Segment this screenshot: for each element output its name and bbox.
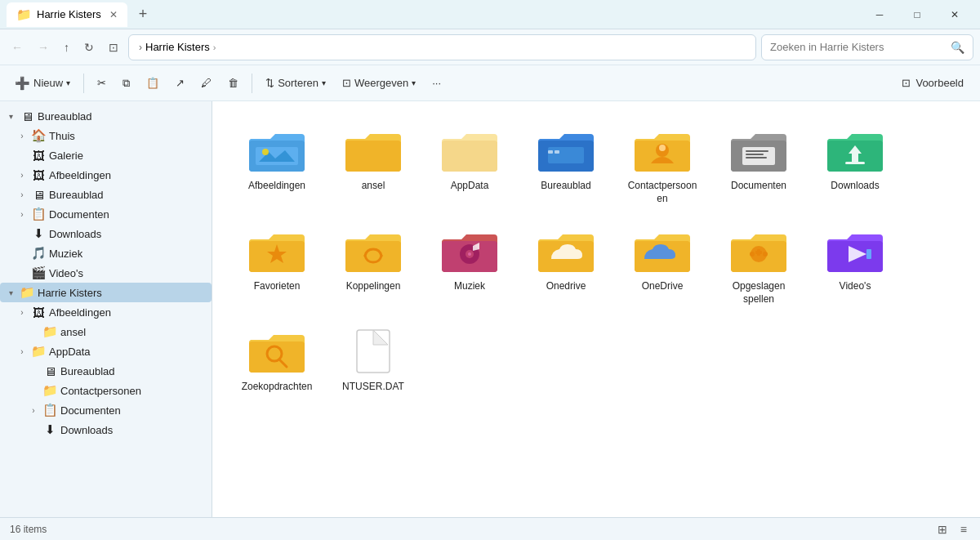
sidebar-item-documenten-top[interactable]: ›📋Documenten [0, 204, 212, 224]
forward-button[interactable]: → [33, 38, 54, 57]
maximize-button[interactable]: □ [898, 0, 936, 29]
sidebar-item-contactpersonen[interactable]: 📁Contactpersonen [0, 381, 212, 400]
folder-icon: 🖼 [31, 167, 46, 182]
svg-rect-2 [256, 147, 298, 165]
sidebar-item-downloads-hk[interactable]: ⬇Downloads [0, 420, 212, 440]
new-button[interactable]: ➕ Nieuw ▾ [8, 72, 77, 95]
tree-label: AppData [49, 346, 91, 358]
file-item-opgeslagen-spellen[interactable]: Opgeslagen spellen [714, 218, 804, 312]
file-item-onedrive[interactable]: Onedrive [521, 218, 611, 312]
status-bar-right: ⊞ ≡ [934, 521, 970, 538]
divider-1 [83, 74, 84, 93]
paste-button[interactable]: 📋 [140, 73, 166, 93]
sidebar-item-documenten-hk[interactable]: ›📋Documenten [0, 400, 212, 420]
sidebar-item-galerie[interactable]: 🖼Galerie [0, 145, 212, 165]
path-label: Harrie Kisters [145, 41, 210, 53]
sidebar-item-bureaublad-sub[interactable]: ›🖥Bureaublad [0, 185, 212, 204]
close-button[interactable]: ✕ [936, 0, 973, 29]
sidebar-item-thuis[interactable]: ›🏠Thuis [0, 126, 212, 145]
copy-button[interactable]: ⧉ [116, 73, 136, 94]
svg-rect-48 [755, 251, 762, 254]
paste-icon: 📋 [146, 77, 159, 89]
grid-view-button[interactable]: ⊞ [934, 521, 951, 538]
file-item-bureaublad[interactable]: Bureaublad [521, 118, 611, 212]
refresh-button[interactable]: ↻ [79, 38, 99, 57]
tree-label: Documenten [60, 404, 121, 417]
file-item-favorieten[interactable]: Favorieten [232, 218, 322, 312]
svg-rect-27 [845, 162, 865, 164]
tree-label: Downloads [49, 228, 101, 240]
more-button[interactable]: ··· [425, 73, 448, 93]
tree-chevron-icon: ▾ [5, 288, 16, 297]
active-tab[interactable]: 📁 Harrie Kisters ✕ [7, 2, 127, 27]
up-button[interactable]: ↑ [59, 38, 74, 57]
folder-icon: ⬇ [42, 422, 57, 437]
file-label: Zoekopdrachten [242, 381, 313, 394]
sidebar-item-downloads-top[interactable]: ⬇Downloads [0, 224, 212, 243]
folder-icon: 🖥 [31, 187, 46, 202]
rename-icon: 🖊 [201, 77, 212, 89]
sidebar-item-bureaublad-hk[interactable]: 🖥Bureaublad [0, 361, 212, 381]
file-item-zoekopdrachten[interactable]: Zoekopdrachten [232, 319, 322, 400]
tree-chevron-icon: › [16, 132, 28, 141]
file-item-onedrive2[interactable]: OneDrive [617, 218, 707, 312]
back-button[interactable]: ← [7, 38, 28, 57]
file-item-ntuser[interactable]: NTUSER.DAT [328, 319, 418, 400]
file-label: Onedrive [546, 280, 586, 293]
address-path[interactable]: › Harrie Kisters › [128, 34, 756, 60]
delete-button[interactable]: 🗑 [221, 73, 245, 93]
file-item-contactpersonen[interactable]: Contactpersoon en [617, 118, 707, 212]
file-item-downloads[interactable]: Downloads [810, 118, 900, 212]
folder-icon-documenten [729, 126, 788, 175]
svg-point-37 [468, 252, 471, 256]
file-label: Koppelingen [346, 280, 401, 293]
path-chevron: › [139, 42, 142, 53]
tree-label: Thuis [49, 130, 75, 142]
search-icon: 🔍 [951, 41, 964, 54]
file-label: Muziek [454, 280, 485, 293]
sidebar-item-afbeeldingen-hk[interactable]: ›🖼Afbeeldingen [0, 302, 212, 322]
sidebar-item-harrie-kisters[interactable]: ▾📁Harrie Kisters [0, 283, 212, 302]
minimize-button[interactable]: ─ [861, 0, 898, 29]
file-item-documenten[interactable]: Documenten [714, 118, 804, 212]
file-item-videos[interactable]: Video's [810, 218, 900, 312]
file-item-koppelingen[interactable]: Koppelingen [328, 218, 418, 312]
preview-icon: ⊡ [902, 77, 911, 89]
toolbar: ➕ Nieuw ▾ ✂ ⧉ 📋 ↗ 🖊 🗑 ⇅ Sorteren ▾ ⊡ Wee… [0, 65, 980, 101]
folder-icon-zoekopdrachten [247, 327, 306, 376]
file-item-ansel[interactable]: ansel [328, 118, 418, 212]
list-view-button[interactable]: ≡ [957, 521, 970, 538]
preview-button[interactable]: ⊡ Voorbeeld [893, 73, 972, 93]
sidebar-item-appdata[interactable]: ›📁AppData [0, 341, 212, 361]
window-controls: ─ □ ✕ [861, 0, 973, 29]
share-button[interactable]: ↗ [169, 73, 191, 93]
sidebar-item-bureaublad-root[interactable]: ▾🖥Bureaublad [0, 106, 212, 126]
file-item-afbeeldingen[interactable]: Afbeeldingen [232, 118, 322, 212]
file-item-appdata[interactable]: AppData [425, 118, 514, 212]
sidebar-item-videos[interactable]: 🎬Video's [0, 263, 212, 283]
view-button[interactable]: ⊡ Weergeven ▾ [336, 73, 422, 93]
folder-icon: 📁 [31, 344, 46, 359]
tree-label: ansel [60, 326, 86, 338]
svg-rect-20 [742, 147, 775, 165]
search-input[interactable] [770, 41, 946, 53]
tree-label: Muziek [49, 248, 82, 260]
sidebar-item-ansel[interactable]: 📁ansel [0, 322, 212, 341]
rename-button[interactable]: 🖊 [194, 73, 218, 93]
svg-rect-13 [555, 150, 559, 154]
sidebar-item-muziek[interactable]: 🎵Muziek [0, 243, 212, 263]
tree-chevron-icon: › [16, 171, 28, 180]
tab-close-button[interactable]: ✕ [109, 9, 118, 20]
new-tab-button[interactable]: + [134, 4, 153, 25]
file-item-muziek[interactable]: Muziek [425, 218, 514, 312]
sidebar-item-afbeeldingen-top[interactable]: ›🖼Afbeeldingen [0, 165, 212, 185]
view-layout-button[interactable]: ⊡ [104, 38, 123, 57]
folder-icon: 📁 [20, 285, 34, 300]
tree-label: Bureaublad [49, 189, 104, 201]
search-box[interactable]: 🔍 [761, 34, 973, 60]
folder-icon: 🖥 [20, 109, 34, 123]
svg-rect-32 [345, 241, 401, 272]
sort-button[interactable]: ⇅ Sorteren ▾ [259, 73, 332, 93]
cut-button[interactable]: ✂ [91, 73, 113, 93]
file-label: Documenten [731, 180, 786, 193]
